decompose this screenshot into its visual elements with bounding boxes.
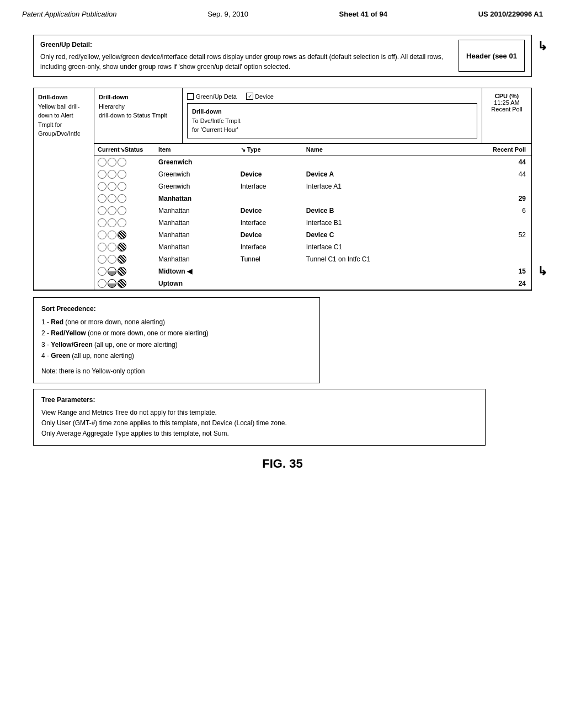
- circle-icon: [98, 194, 106, 203]
- top-right-arrow-icon: ↳: [537, 39, 547, 53]
- circle-icon: [98, 231, 106, 239]
- drill-hierarchy-label: Drill-down: [99, 93, 178, 102]
- circle-icon: [108, 243, 116, 251]
- icons-cell: [94, 217, 155, 229]
- drill-down-to-box: Drill-down To Dvc/Intfc Tmplt for 'Curre…: [187, 103, 477, 138]
- green-up-deta-checkbox[interactable]: [187, 93, 194, 100]
- value-cell: [446, 217, 531, 229]
- circle-icon: [98, 267, 106, 276]
- green-up-deta-label: Green/Up Deta: [196, 93, 237, 100]
- striped-circle-icon: [118, 279, 126, 288]
- value-cell: 6: [446, 205, 531, 217]
- circle-icon: [98, 206, 106, 215]
- diagram-wrapper: Drill-down Yellow ball drill-down to Ale…: [33, 88, 532, 291]
- circle-icon: [118, 170, 126, 179]
- sheet-info: Sheet 41 of 94: [339, 10, 387, 18]
- icons-cell: [94, 265, 155, 277]
- icons-cell: [94, 180, 155, 192]
- tree-lines: View Range and Metrics Tree do not apply…: [41, 408, 477, 440]
- value-cell: [446, 180, 531, 192]
- col-header-poll: Recent Poll: [446, 143, 531, 156]
- tree-box: Tree Parameters: View Range and Metrics …: [33, 389, 486, 446]
- drill-center: Drill-down Hierarchy drill-down to Statu…: [94, 88, 531, 290]
- item-cell: Greenwich: [155, 168, 237, 180]
- half-circle-icon: [108, 267, 116, 276]
- name-cell: [303, 265, 446, 277]
- bottom-right-arrow-icon: ↳: [537, 264, 547, 279]
- name-cell: Interface B1: [303, 217, 446, 229]
- sort-item: 4 - Green (all up, none alerting): [41, 350, 312, 361]
- table-row: ManhattanDeviceDevice B6: [94, 205, 531, 217]
- table-row: Manhattan29: [94, 192, 531, 205]
- table-row: ManhattanInterfaceInterface B1: [94, 217, 531, 229]
- value-cell: 24: [446, 277, 531, 290]
- green-up-text: Green/Up Detail: Only red, red/yellow, y…: [40, 40, 453, 72]
- drill-to-dvc-label: Drill-down: [192, 107, 472, 116]
- icons-cell: [94, 241, 155, 253]
- tree-line: Only User (GMT-#) time zone applies to t…: [41, 418, 477, 429]
- value-cell: 29: [446, 192, 531, 205]
- sort-box: Sort Precedence: 1 - Red (one or more do…: [33, 297, 320, 383]
- type-cell: Device: [237, 205, 303, 217]
- icons-cell: [94, 277, 155, 290]
- circle-icon: [108, 182, 116, 191]
- tree-line: Only Average Aggregate Type applies to t…: [41, 429, 477, 439]
- icons-cell: [94, 205, 155, 217]
- tree-line: View Range and Metrics Tree do not apply…: [41, 408, 477, 418]
- green-up-box: Green/Up Detail: Only red, red/yellow, y…: [33, 35, 532, 77]
- drill-top-section: Drill-down Yellow ball drill-down to Ale…: [34, 88, 531, 290]
- type-cell: Tunnel: [237, 253, 303, 265]
- name-cell: Device C: [303, 229, 446, 241]
- green-up-wrapper: Green/Up Detail: Only red, red/yellow, y…: [33, 35, 532, 77]
- table-row: ManhattanInterfaceInterface C1: [94, 241, 531, 253]
- drill-hierarchy-desc: drill-down to Status Tmplt: [99, 111, 178, 120]
- circle-icon: [108, 170, 116, 179]
- item-cell: Manhattan: [155, 253, 237, 265]
- circle-icon: [98, 218, 106, 227]
- checkbox-row: Green/Up Deta ✓ Device: [187, 93, 477, 100]
- pub-date: Sep. 9, 2010: [207, 10, 248, 18]
- value-cell: 44: [446, 168, 531, 180]
- name-cell: Interface C1: [303, 241, 446, 253]
- item-cell: Greenwich: [155, 156, 237, 168]
- value-cell: [446, 253, 531, 265]
- type-cell: Device: [237, 229, 303, 241]
- device-checkbox[interactable]: ✓ Device: [246, 93, 274, 100]
- circle-icon: [98, 243, 106, 251]
- icons-cell: [94, 192, 155, 205]
- col-header-name: Name: [303, 143, 446, 156]
- item-cell: Manhattan: [155, 229, 237, 241]
- fig-label: FIG. 35: [33, 457, 532, 471]
- diagram-area: Drill-down Yellow ball drill-down to Ale…: [33, 88, 532, 291]
- striped-circle-icon: [118, 231, 126, 239]
- sort-item: 3 - Yellow/Green (all up, one or more al…: [41, 339, 312, 350]
- circle-icon: [98, 158, 106, 167]
- item-cell: Manhattan: [155, 205, 237, 217]
- circle-icon: [98, 255, 106, 264]
- circle-icon: [108, 158, 116, 167]
- main-content: Green/Up Detail: Only red, red/yellow, y…: [0, 24, 565, 482]
- type-cell: Interface: [237, 217, 303, 229]
- page-header: Patent Application Publication Sep. 9, 2…: [0, 0, 565, 24]
- table-row: GreenwichDeviceDevice A44: [94, 168, 531, 180]
- item-cell: Midtown ◀: [155, 265, 237, 277]
- type-cell: [237, 156, 303, 168]
- green-up-title: Green/Up Detail:: [40, 40, 453, 50]
- circle-icon: [108, 194, 116, 203]
- sort-note: Note: there is no Yellow-only option: [41, 366, 312, 377]
- col-header-item: Item: [155, 143, 237, 156]
- table-row: ManhattanDeviceDevice C52: [94, 229, 531, 241]
- sort-items: 1 - Red (one or more down, none alerting…: [41, 317, 312, 362]
- circle-icon: [108, 231, 116, 239]
- item-cell: Manhattan: [155, 217, 237, 229]
- circle-icon: [108, 218, 116, 227]
- icons-cell: [94, 156, 155, 168]
- circle-icon: [98, 170, 106, 179]
- col-header-type: ↘ Type: [237, 143, 303, 156]
- data-table: Current↘Status Item ↘ Type Name Recent P…: [94, 143, 531, 290]
- pub-title: Patent Application Publication: [22, 10, 117, 18]
- type-cell: [237, 265, 303, 277]
- striped-circle-icon: [118, 255, 126, 264]
- header-see-box: Header (see 01: [459, 40, 525, 72]
- circle-icon: [118, 218, 126, 227]
